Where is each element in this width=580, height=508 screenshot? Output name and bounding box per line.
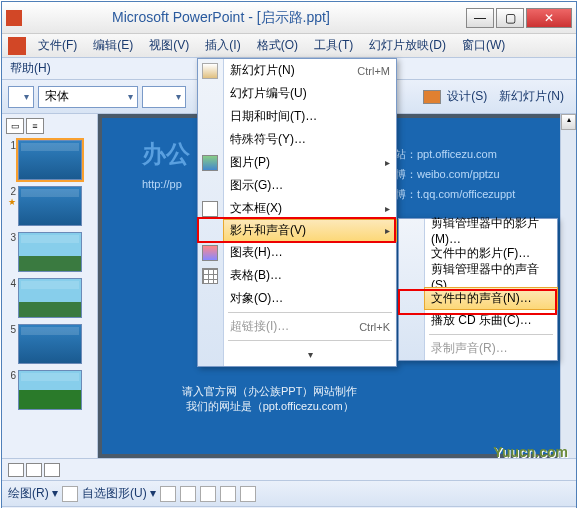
menu-tools[interactable]: 工具(T) [306,34,361,57]
textbox-icon[interactable] [240,486,256,502]
textbox-icon [202,201,218,217]
slide-thumb[interactable]: 4 [6,278,93,318]
drawing-toolbar: 绘图(R) ▾ 自选图形(U) ▾ [2,481,576,507]
vertical-scrollbar[interactable]: ▴ [560,114,576,458]
slide-thumb[interactable]: 5 [6,324,93,364]
slide-thumb[interactable]: 3 [6,232,93,272]
autoshape-menu[interactable]: 自选图形(U) ▾ [82,485,156,502]
outline-tab[interactable]: ≡ [26,118,44,134]
menu-object[interactable]: 对象(O)… [224,287,396,310]
design-button[interactable]: 设计(S) [441,86,493,107]
menu-new-slide[interactable]: 新幻灯片(N)Ctrl+M [224,59,396,82]
menubar: 文件(F) 编辑(E) 视图(V) 插入(I) 格式(O) 工具(T) 幻灯片放… [2,34,576,58]
submenu-sound-file[interactable]: 文件中的声音(N)… [424,287,558,310]
insert-dropdown: 新幻灯片(N)Ctrl+M 幻灯片编号(U) 日期和时间(T)… 特殊符号(Y)… [197,58,397,367]
submenu-sound-gallery[interactable]: 剪辑管理器中的声音(S)… [425,265,557,288]
menu-movie-sound[interactable]: 影片和声音(V)▸ [223,219,397,242]
font-selector[interactable]: 宋体 [38,86,138,108]
logo-text: 办公 [142,138,190,170]
normal-view-icon[interactable] [8,463,24,477]
slide-panel: ▭ ≡ 1 2★ 3 4 5 6 [2,114,98,458]
slide-thumb[interactable]: 6 [6,370,93,410]
titlebar: Microsoft PowerPoint - [启示路.ppt] — ▢ ✕ [2,2,576,34]
oval-icon[interactable] [220,486,236,502]
picture-icon [202,155,218,171]
menu-textbox[interactable]: 文本框(X)▸ [224,197,396,220]
menu-picture[interactable]: 图片(P)▸ [224,151,396,174]
window-title: Microsoft PowerPoint - [启示路.ppt] [112,9,464,27]
menu-table[interactable]: 表格(B)… [224,264,396,287]
menu-view[interactable]: 视图(V) [141,34,197,57]
submenu-record[interactable]: 录制声音(R)… [425,337,557,360]
minimize-button[interactable]: — [466,8,494,28]
sorter-view-icon[interactable] [26,463,42,477]
new-slide-button[interactable]: 新幻灯片(N) [493,86,570,107]
view-bar [2,459,576,481]
movie-sound-submenu: 剪辑管理器中的影片(M)… 文件中的影片(F)… 剪辑管理器中的声音(S)… 文… [398,218,558,361]
menu-chart[interactable]: 图表(H)… [224,241,396,264]
menu-format[interactable]: 格式(O) [249,34,306,57]
menu-insert[interactable]: 插入(I) [197,34,248,57]
submenu-movie-gallery[interactable]: 剪辑管理器中的影片(M)… [425,219,557,242]
bottom-text: 请入官方网（办公族PPT）网站制作 我们的网址是（ppt.officezu.co… [182,384,357,414]
menu-slideshow[interactable]: 幻灯片放映(D) [361,34,454,57]
app-icon [6,10,22,26]
menu-window[interactable]: 窗口(W) [454,34,513,57]
submenu-cd-audio[interactable]: 播放 CD 乐曲(C)… [425,309,557,332]
table-icon [202,268,218,284]
style-selector[interactable] [8,86,34,108]
menu-file[interactable]: 文件(F) [30,34,85,57]
menu-symbol[interactable]: 特殊符号(Y)… [224,128,396,151]
menu-diagram[interactable]: 图示(G)… [224,174,396,197]
menu-hyperlink[interactable]: 超链接(I)…Ctrl+K [224,315,396,338]
close-button[interactable]: ✕ [526,8,572,28]
color-swatch-icon[interactable] [423,90,441,104]
menu-expand[interactable]: ▾ [224,343,396,366]
chart-icon [202,245,218,261]
rect-icon[interactable] [200,486,216,502]
watermark: Yuucn.com [493,444,568,460]
slide-thumb[interactable]: 1 [6,140,93,180]
menu-datetime[interactable]: 日期和时间(T)… [224,105,396,128]
pointer-icon[interactable] [62,486,78,502]
menu-edit[interactable]: 编辑(E) [85,34,141,57]
system-menu-icon[interactable] [8,37,26,55]
maximize-button[interactable]: ▢ [496,8,524,28]
thumbnail-tab[interactable]: ▭ [6,118,24,134]
url-text: http://pp [142,178,182,190]
slide-thumb[interactable]: 2★ [6,186,93,226]
arrow-icon[interactable] [180,486,196,502]
size-selector[interactable] [142,86,186,108]
font-value: 宋体 [45,88,69,105]
line-icon[interactable] [160,486,176,502]
new-slide-icon [202,63,218,79]
menu-slide-number[interactable]: 幻灯片编号(U) [224,82,396,105]
slideshow-view-icon[interactable] [44,463,60,477]
draw-menu[interactable]: 绘图(R) ▾ [8,485,58,502]
